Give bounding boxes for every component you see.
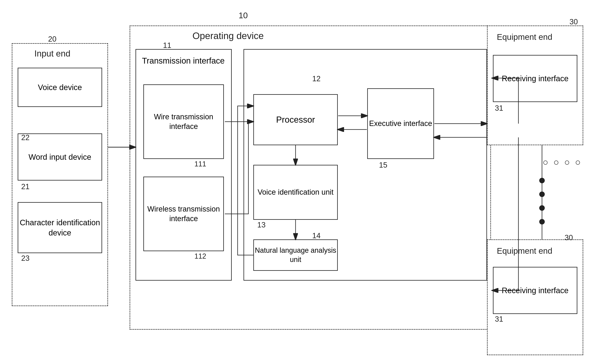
svg-point-30	[539, 178, 545, 183]
num-112: 112	[194, 252, 206, 260]
num-14: 14	[312, 232, 320, 240]
voice-id-box: Voice identification unit	[253, 165, 338, 220]
svg-point-31	[539, 191, 545, 197]
char-id-box: Character identification device	[18, 202, 102, 253]
num-23: 23	[21, 254, 30, 262]
num-21: 21	[21, 182, 30, 191]
operating-device-label: Operating device	[193, 30, 264, 41]
input-end-label: Input end	[34, 49, 70, 58]
voice-device-box: Voice device	[18, 68, 102, 107]
num-31a: 31	[495, 104, 503, 112]
equipment-end-label-2: Equipment end	[497, 246, 552, 256]
natural-lang-box: Natural language analysis unit	[253, 239, 338, 271]
num-31b: 31	[495, 315, 503, 323]
num-111: 111	[194, 160, 206, 168]
wireless-transmission-box: Wireless transmission interface	[143, 177, 224, 251]
executive-interface-box: Executive interface	[367, 88, 434, 159]
wire-transmission-box: Wire transmission interface	[143, 84, 224, 159]
svg-point-33	[539, 219, 545, 225]
word-input-box: Word input device	[18, 133, 102, 181]
num-13: 13	[257, 221, 266, 229]
processor-box: Processor	[253, 94, 338, 145]
num-11: 11	[163, 41, 171, 50]
equipment-end-label-1: Equipment end	[497, 32, 552, 42]
receiving-interface-box-2: Receiving interface	[493, 267, 577, 314]
num-15: 15	[379, 161, 387, 169]
num-30b: 30	[565, 233, 573, 242]
num-22: 22	[21, 133, 30, 142]
num-20: 20	[48, 35, 56, 43]
dots: ○○○○	[540, 157, 583, 168]
diagram: Operating device 10 Input end 20 Voice d…	[0, 0, 596, 364]
num-12: 12	[312, 75, 320, 83]
svg-point-32	[539, 205, 545, 211]
num-30a: 30	[569, 18, 578, 26]
receiving-interface-box-1: Receiving interface	[493, 55, 577, 102]
num-10: 10	[238, 11, 248, 20]
